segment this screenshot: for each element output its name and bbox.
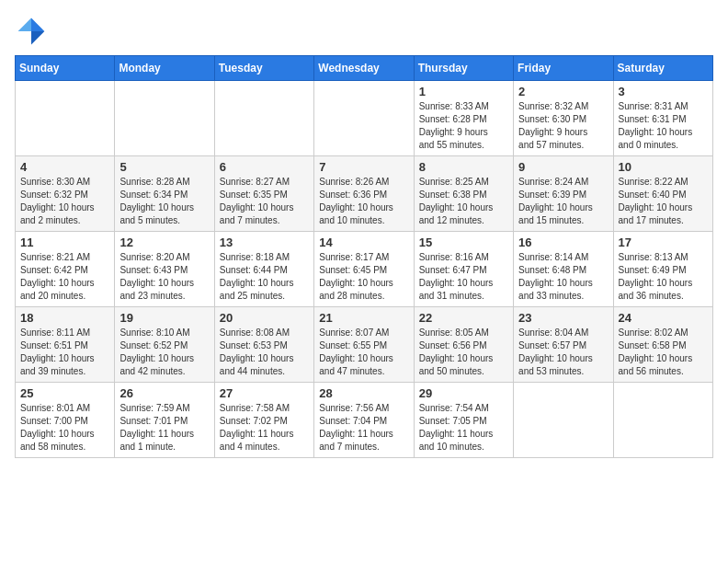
weekday-header-monday: Monday <box>115 56 214 81</box>
day-info: Sunrise: 8:27 AM Sunset: 6:35 PM Dayligh… <box>220 176 309 227</box>
calendar-cell: 18Sunrise: 8:11 AM Sunset: 6:51 PM Dayli… <box>16 307 115 383</box>
day-number: 13 <box>220 236 309 249</box>
day-number: 9 <box>518 160 608 174</box>
day-info: Sunrise: 7:54 AM Sunset: 7:05 PM Dayligh… <box>419 402 508 454</box>
calendar-cell: 10Sunrise: 8:22 AM Sunset: 6:40 PM Dayli… <box>613 156 712 232</box>
calendar-cell: 11Sunrise: 8:21 AM Sunset: 6:42 PM Dayli… <box>16 232 115 307</box>
day-info: Sunrise: 8:24 AM Sunset: 6:39 PM Dayligh… <box>518 176 608 227</box>
weekday-header-saturday: Saturday <box>613 56 712 81</box>
day-info: Sunrise: 7:59 AM Sunset: 7:01 PM Dayligh… <box>119 402 209 454</box>
calendar-cell: 24Sunrise: 8:02 AM Sunset: 6:58 PM Dayli… <box>613 307 712 383</box>
calendar-week-row: 25Sunrise: 8:01 AM Sunset: 7:00 PM Dayli… <box>16 383 713 458</box>
calendar-cell: 25Sunrise: 8:01 AM Sunset: 7:00 PM Dayli… <box>16 383 115 458</box>
day-number: 1 <box>419 85 508 98</box>
calendar-cell: 15Sunrise: 8:16 AM Sunset: 6:47 PM Dayli… <box>414 232 513 307</box>
day-info: Sunrise: 8:08 AM Sunset: 6:53 PM Dayligh… <box>220 327 309 378</box>
day-info: Sunrise: 8:21 AM Sunset: 6:42 PM Dayligh… <box>20 251 109 303</box>
day-number: 24 <box>619 311 708 325</box>
calendar-cell: 23Sunrise: 8:04 AM Sunset: 6:57 PM Dayli… <box>514 307 613 383</box>
weekday-header-row: SundayMondayTuesdayWednesdayThursdayFrid… <box>16 56 713 81</box>
day-number: 8 <box>419 160 508 174</box>
calendar-cell: 1Sunrise: 8:33 AM Sunset: 6:28 PM Daylig… <box>414 81 513 156</box>
calendar-cell: 7Sunrise: 8:26 AM Sunset: 6:36 PM Daylig… <box>314 156 414 232</box>
weekday-header-tuesday: Tuesday <box>214 56 313 81</box>
calendar-cell: 4Sunrise: 8:30 AM Sunset: 6:32 PM Daylig… <box>16 156 115 232</box>
calendar-cell: 2Sunrise: 8:32 AM Sunset: 6:30 PM Daylig… <box>514 81 613 156</box>
calendar-cell: 12Sunrise: 8:20 AM Sunset: 6:43 PM Dayli… <box>115 232 214 307</box>
day-number: 28 <box>319 386 408 400</box>
day-info: Sunrise: 8:13 AM Sunset: 6:49 PM Dayligh… <box>619 251 708 303</box>
day-info: Sunrise: 8:07 AM Sunset: 6:55 PM Dayligh… <box>319 327 408 378</box>
calendar-cell: 29Sunrise: 7:54 AM Sunset: 7:05 PM Dayli… <box>414 383 513 458</box>
day-number: 20 <box>220 311 309 325</box>
day-number: 26 <box>119 386 209 400</box>
day-info: Sunrise: 8:11 AM Sunset: 6:51 PM Dayligh… <box>20 327 109 378</box>
day-number: 11 <box>20 236 109 249</box>
calendar-cell: 6Sunrise: 8:27 AM Sunset: 6:35 PM Daylig… <box>214 156 313 232</box>
calendar-week-row: 4Sunrise: 8:30 AM Sunset: 6:32 PM Daylig… <box>16 156 713 232</box>
day-number: 15 <box>419 236 508 249</box>
calendar-cell <box>514 383 613 458</box>
weekday-header-sunday: Sunday <box>16 56 115 81</box>
calendar-cell: 26Sunrise: 7:59 AM Sunset: 7:01 PM Dayli… <box>115 383 214 458</box>
day-number: 23 <box>518 311 608 325</box>
day-number: 21 <box>319 311 408 325</box>
day-info: Sunrise: 8:22 AM Sunset: 6:40 PM Dayligh… <box>619 176 708 227</box>
calendar-cell <box>214 81 313 156</box>
calendar-cell: 9Sunrise: 8:24 AM Sunset: 6:39 PM Daylig… <box>514 156 613 232</box>
day-info: Sunrise: 8:18 AM Sunset: 6:44 PM Dayligh… <box>220 251 309 303</box>
calendar-cell <box>115 81 214 156</box>
weekday-header-wednesday: Wednesday <box>314 56 414 81</box>
day-info: Sunrise: 8:04 AM Sunset: 6:57 PM Dayligh… <box>518 327 608 378</box>
day-number: 7 <box>319 160 408 174</box>
calendar-cell: 17Sunrise: 8:13 AM Sunset: 6:49 PM Dayli… <box>613 232 712 307</box>
calendar-cell: 5Sunrise: 8:28 AM Sunset: 6:34 PM Daylig… <box>115 156 214 232</box>
day-number: 17 <box>619 236 708 249</box>
day-info: Sunrise: 8:10 AM Sunset: 6:52 PM Dayligh… <box>119 327 209 378</box>
day-info: Sunrise: 8:17 AM Sunset: 6:45 PM Dayligh… <box>319 251 408 303</box>
svg-marker-1 <box>31 31 44 44</box>
day-number: 4 <box>20 160 109 174</box>
day-info: Sunrise: 8:16 AM Sunset: 6:47 PM Dayligh… <box>419 251 508 303</box>
day-info: Sunrise: 8:28 AM Sunset: 6:34 PM Dayligh… <box>119 176 209 227</box>
calendar-cell: 28Sunrise: 7:56 AM Sunset: 7:04 PM Dayli… <box>314 383 414 458</box>
calendar-week-row: 11Sunrise: 8:21 AM Sunset: 6:42 PM Dayli… <box>16 232 713 307</box>
day-info: Sunrise: 7:56 AM Sunset: 7:04 PM Dayligh… <box>319 402 408 454</box>
header <box>15 15 713 48</box>
day-number: 27 <box>220 386 309 400</box>
calendar-cell: 8Sunrise: 8:25 AM Sunset: 6:38 PM Daylig… <box>414 156 513 232</box>
day-info: Sunrise: 8:14 AM Sunset: 6:48 PM Dayligh… <box>518 251 608 303</box>
calendar-cell: 14Sunrise: 8:17 AM Sunset: 6:45 PM Dayli… <box>314 232 414 307</box>
day-info: Sunrise: 8:31 AM Sunset: 6:31 PM Dayligh… <box>619 100 708 152</box>
calendar: SundayMondayTuesdayWednesdayThursdayFrid… <box>15 55 713 458</box>
day-number: 2 <box>518 85 608 98</box>
calendar-cell <box>613 383 712 458</box>
logo <box>15 15 51 48</box>
day-number: 14 <box>319 236 408 249</box>
day-number: 16 <box>518 236 608 249</box>
svg-marker-2 <box>18 18 31 31</box>
day-info: Sunrise: 8:02 AM Sunset: 6:58 PM Dayligh… <box>619 327 708 378</box>
day-info: Sunrise: 8:33 AM Sunset: 6:28 PM Dayligh… <box>419 100 508 152</box>
day-number: 22 <box>419 311 508 325</box>
calendar-cell: 21Sunrise: 8:07 AM Sunset: 6:55 PM Dayli… <box>314 307 414 383</box>
calendar-cell: 22Sunrise: 8:05 AM Sunset: 6:56 PM Dayli… <box>414 307 513 383</box>
calendar-cell: 19Sunrise: 8:10 AM Sunset: 6:52 PM Dayli… <box>115 307 214 383</box>
day-info: Sunrise: 7:58 AM Sunset: 7:02 PM Dayligh… <box>220 402 309 454</box>
day-number: 18 <box>20 311 109 325</box>
day-info: Sunrise: 8:32 AM Sunset: 6:30 PM Dayligh… <box>518 100 608 152</box>
calendar-cell: 3Sunrise: 8:31 AM Sunset: 6:31 PM Daylig… <box>613 81 712 156</box>
weekday-header-thursday: Thursday <box>414 56 513 81</box>
day-number: 29 <box>419 386 508 400</box>
day-info: Sunrise: 8:20 AM Sunset: 6:43 PM Dayligh… <box>119 251 209 303</box>
calendar-week-row: 1Sunrise: 8:33 AM Sunset: 6:28 PM Daylig… <box>16 81 713 156</box>
calendar-cell <box>16 81 115 156</box>
logo-icon <box>15 15 48 48</box>
calendar-cell: 16Sunrise: 8:14 AM Sunset: 6:48 PM Dayli… <box>514 232 613 307</box>
day-number: 5 <box>119 160 209 174</box>
day-info: Sunrise: 8:30 AM Sunset: 6:32 PM Dayligh… <box>20 176 109 227</box>
day-number: 19 <box>119 311 209 325</box>
weekday-header-friday: Friday <box>514 56 613 81</box>
calendar-cell: 20Sunrise: 8:08 AM Sunset: 6:53 PM Dayli… <box>214 307 313 383</box>
day-info: Sunrise: 8:05 AM Sunset: 6:56 PM Dayligh… <box>419 327 508 378</box>
